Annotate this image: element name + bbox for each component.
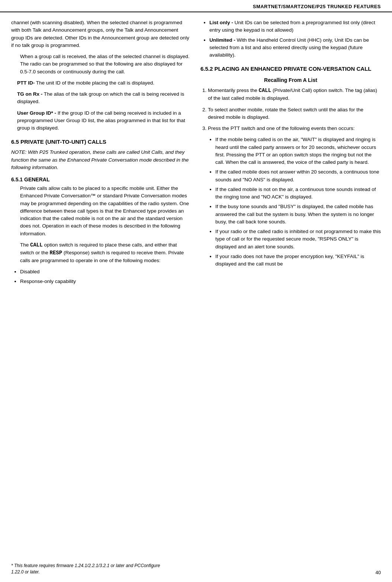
page: SMARTNET/SMARTZONE/P25 TRUNKED FEATURES … — [0, 0, 392, 582]
event-5: If your radio or the called radio is inh… — [215, 228, 381, 251]
list-only-label: List only - — [209, 20, 235, 25]
step-2: To select another mobile, rotate the Sel… — [208, 106, 381, 121]
ptt-id-para: PTT ID- The unit ID of the mobile placin… — [11, 79, 192, 87]
list-item: Disabled — [20, 268, 192, 276]
page-header: SMARTNET/SMARTZONE/P25 TRUNKED FEATURES — [0, 0, 392, 12]
modes-list: Disabled Response-only capability — [20, 268, 192, 286]
user-group-label: User Group ID* - — [17, 110, 56, 116]
ptt-id-label: PTT ID- — [17, 80, 35, 86]
step-1: Momentarily press the CALL (Private/Unit… — [208, 87, 381, 102]
event-3: If the called mobile is not on the air, … — [215, 186, 381, 201]
page-number: 40 — [376, 570, 381, 575]
step-3: Press the PTT switch and one of the foll… — [208, 125, 381, 132]
general-para: Private calls allow calls to be placed t… — [20, 185, 192, 238]
unlimited-label: Unlimited - — [209, 37, 237, 43]
event-1: If the mobile being called is on the air… — [215, 136, 381, 166]
event-4: If the busy tone sounds and "BUSY" is di… — [215, 203, 381, 226]
list-item-list-only: List only - Unit IDs can be selected fro… — [209, 19, 381, 34]
list-item-unlimited: Unlimited - With the Handheld Control Un… — [209, 36, 381, 59]
left-column: channel (with scanning disabled). When t… — [11, 19, 192, 289]
tg-rx-para: TG on Rx - The alias of the talk group o… — [11, 90, 192, 106]
content-area: channel (with scanning disabled). When t… — [0, 12, 392, 289]
right-bullet-list: List only - Unit IDs can be selected fro… — [209, 19, 381, 59]
call-para-before: The — [20, 242, 30, 248]
right-column: List only - Unit IDs can be selected fro… — [200, 19, 381, 289]
section-651-heading: 6.5.1 GENERAL — [11, 176, 192, 182]
recalling-heading: Recalling From A List — [200, 77, 381, 83]
list-item: Response-only capability — [20, 278, 192, 285]
call-label: CALL — [30, 242, 43, 248]
tg-rx-label: TG on Rx - — [17, 91, 42, 97]
header-title: SMARTNET/SMARTZONE/P25 TRUNKED FEATURES — [253, 4, 381, 9]
section-652-heading: 6.5.2 PLACING AN ENHANCED PRIVATE CON-VE… — [200, 65, 381, 73]
event-2: If the called mobile does not answer wit… — [215, 168, 381, 184]
events-list: If the mobile being called is on the air… — [209, 136, 381, 268]
list-only-text: Unit IDs can be selected from a preprogr… — [209, 20, 375, 33]
user-group-para: User Group ID* - If the group ID of the … — [11, 109, 192, 132]
resp-label: RESP — [50, 250, 62, 256]
step1-call-label: CALL — [259, 88, 271, 93]
tg-rx-text: The alias of the talk group on which the… — [17, 91, 184, 104]
left-para2: When a group call is received, the alias… — [20, 53, 192, 76]
note-italic: NOTE: With P25 Trunked operation, these … — [11, 149, 192, 171]
section-65-heading: 6.5 PRIVATE (UNIT-TO-UNIT) CALLS — [11, 138, 192, 146]
step1-before: Momentarily press the — [208, 88, 259, 93]
event-6: If your radio does not have the proper e… — [215, 253, 381, 268]
left-para1: channel (with scanning disabled). When t… — [11, 19, 192, 49]
steps-list: Momentarily press the CALL (Private/Unit… — [208, 87, 381, 132]
page-footer: * This feature requires firmware 1.24.1/… — [0, 563, 392, 575]
footer-note: * This feature requires firmware 1.24.1/… — [11, 563, 167, 575]
call-para: The CALL option switch is required to pl… — [20, 241, 192, 264]
ptt-id-text: The unit ID of the mobile placing the ca… — [35, 80, 154, 86]
step3-text: Press the PTT switch and one of the foll… — [208, 125, 354, 131]
step2-text: To select another mobile, rotate the Sel… — [208, 107, 363, 120]
